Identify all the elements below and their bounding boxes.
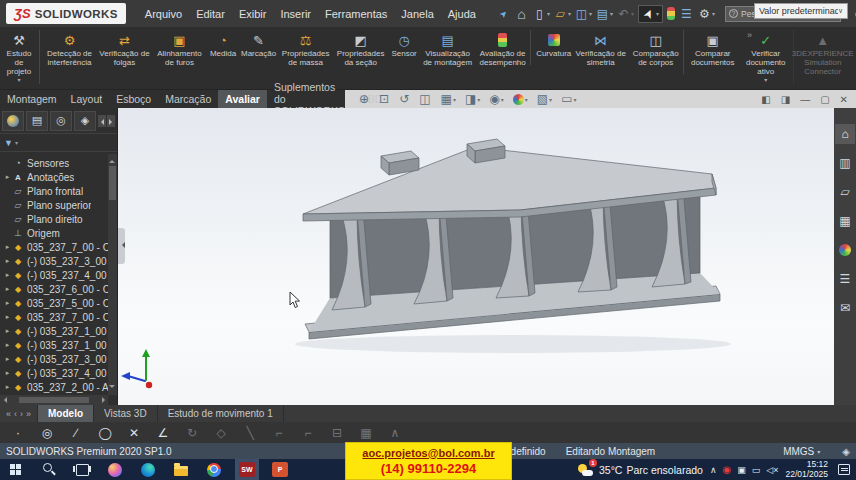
tree-item[interactable]: ▸ ◆ 035_237_6_00 - Chap [0,282,108,296]
chamfer-tool-icon[interactable]: ∧ [387,426,403,440]
expand-arrow-icon[interactable]: ▸ [3,299,12,307]
expand-arrow-icon[interactable]: ▸ [3,327,12,335]
menu-item[interactable]: Ajuda [441,8,483,20]
options-list-icon[interactable]: ☰ [680,6,694,22]
document-tab[interactable]: Modelo [38,405,94,422]
section-view-icon[interactable]: ◫ [419,92,431,106]
rebuild-traffic-light-icon[interactable]: ◉ [667,7,676,20]
scroll-left-icon[interactable] [0,396,9,404]
previous-view-icon[interactable]: ↺ [399,92,410,106]
tab-scroll-left-icon[interactable] [98,115,106,127]
edit-appearance-icon[interactable]: ▾ [513,94,528,105]
pin-icon[interactable]: ➤ [497,6,511,22]
angle-tool-icon[interactable]: ∠ [155,426,171,440]
command-tab[interactable]: Avaliar [218,90,267,108]
scroll-right-icon[interactable] [99,396,108,404]
trim-tool-icon[interactable]: ✕ [126,426,142,440]
avaliacao-de-desempenho-button[interactable]: ◉ Avaliação de desempenho [475,30,530,74]
panel-collapse-handle[interactable] [118,228,125,264]
deteccao-de-interferencia-button[interactable]: ⚙ Detecção de interferência [42,30,97,74]
zoom-area-icon[interactable]: ⊡ [379,92,390,106]
copilot-button[interactable] [103,459,127,480]
tree-item[interactable]: ⊥ Origem [0,226,108,240]
mirror-tool-icon[interactable]: ◇ [213,426,229,440]
tree-item[interactable]: ▸ ◆ (-) 035_237_1_00 - Ar [0,324,108,338]
display-style-icon[interactable]: ◨ ▾ [465,92,480,106]
new-document-icon[interactable]: ▯ ▾ [533,6,550,22]
menu-item[interactable]: Ferramentas [318,8,394,20]
featuremanager-tab[interactable] [2,111,24,131]
curvatura-button[interactable]: ▦ Curvatura [530,30,573,65]
expand-arrow-icon[interactable]: ▸ [3,257,12,265]
resources-icon[interactable]: ▥ [835,153,855,173]
comparar-documentos-button[interactable]: ▣ Comparar documentos [683,30,738,74]
contact-email[interactable]: aoc.projetos@bol.com.br [362,447,494,459]
scroll-down-icon[interactable] [109,385,116,394]
propriedades-de-massa-button[interactable]: ⚖ Propriedades de massa [278,30,333,74]
tree-item[interactable]: ▸ ◆ 035_237_2_00 - Arru [0,380,108,394]
3d-model[interactable] [303,139,720,339]
select-cursor-icon[interactable]: ➤ ▾ [638,5,663,23]
command-tab[interactable]: Montagem [0,90,64,108]
scrollbar-thumb[interactable] [109,166,116,200]
weather-widget[interactable]: 1 35°C Parc ensolarado [577,461,703,479]
file-explorer-button[interactable] [169,459,193,480]
marcacao-button[interactable]: ✎ Marcação [239,30,278,65]
solidworks-button[interactable]: SW [235,459,259,480]
powerpoint-button[interactable]: P [268,459,292,480]
comparacao-de-corpos-button[interactable]: ◫ Comparação de corpos [628,30,683,74]
tag-icon[interactable]: ◈ [842,446,850,457]
home-tab-icon[interactable]: ⌂ [835,124,855,144]
doc-minimize-button[interactable]: — [800,94,810,105]
tab-scroll-right-icon[interactable] [107,115,115,127]
menu-item[interactable]: Arquivo [138,8,189,20]
point-tool-icon[interactable]: · [10,426,26,440]
verificacao-de-simetria-button[interactable]: ⋈ Verificação de simetria [573,30,628,74]
tree-item[interactable]: ▸ ◆ (-) 035_237_3_00 - Ch [0,352,108,366]
undo-icon[interactable]: ↶ ▾ [617,6,634,22]
scrollbar-thumb[interactable] [19,397,89,403]
appearances-icon[interactable] [835,240,855,260]
view-settings-icon[interactable]: ▭ ▾ [561,92,576,106]
line-tool-icon[interactable]: ∕ [68,426,84,440]
slot-tool-icon[interactable]: ⊟ [329,426,345,440]
tree-item[interactable]: ▸ ◆ (-) 035_237_4_00 - Ch [0,366,108,380]
tree-item[interactable]: ▸ ◆ (-) 035_237_1_00 - Ar [0,338,108,352]
tree-item[interactable]: ▱ Plano superior [0,198,108,212]
hide-show-items-icon[interactable]: ◉ ▾ [489,92,504,106]
user-account-icon[interactable]: ☻ [853,7,856,21]
command-tab[interactable]: Esboço [109,90,158,108]
tree-vertical-scrollbar[interactable] [108,154,117,395]
filter-funnel-icon[interactable]: ▼ [4,138,13,148]
tree-item[interactable]: ▸ ◆ 035_237_5_00 - Chap [0,296,108,310]
expand-arrow-icon[interactable]: ▸ [3,341,12,349]
start-button[interactable] [4,459,28,480]
expand-arrow-icon[interactable]: ▸ [3,383,12,391]
expand-arrow-icon[interactable]: ▸ [3,285,12,293]
tree-item[interactable]: ▸ ◆ (-) 035_237_3_00 - Ch [0,254,108,268]
zoom-fit-icon[interactable]: ⊕ [359,92,370,106]
sensor-button[interactable]: ◷ Sensor [388,30,420,65]
corner-rectangle-tool-icon[interactable]: ⌐ [271,426,287,440]
command-tab[interactable]: Marcação [158,90,218,108]
scroll-up-icon[interactable] [109,155,116,164]
doc-restore-button[interactable]: ▢ [820,94,829,105]
edge-button[interactable] [136,459,160,480]
split-horizontal-button[interactable]: ◧ [761,94,770,105]
doc-close-button[interactable]: ✕ [840,94,848,105]
forum-icon[interactable]: ✉ [835,298,855,318]
file-explorer-pane-icon[interactable]: ▦ [835,211,855,231]
split-vertical-button[interactable]: ◨ [781,94,790,105]
grid-tool-icon[interactable]: ▦ [358,426,374,440]
expand-arrow-icon[interactable]: ▸ [3,355,12,363]
tab-nav-arrow-icon[interactable]: › [20,409,23,419]
ellipse-tool-icon[interactable]: ◯ [97,426,113,440]
tab-nav-arrow-icon[interactable]: « [6,409,11,419]
settings-gear-icon[interactable]: ⚙ ▾ [698,6,715,22]
menu-item[interactable]: Editar [189,8,232,20]
alinhamento-de-furos-button[interactable]: ▣ Alinhamento de furos [152,30,207,74]
custom-properties-icon[interactable]: ☰ [835,269,855,289]
corner-point-tool-icon[interactable]: ⌐ [300,426,316,440]
propriedades-da-secao-button[interactable]: ◩ Propriedades da seção [333,30,388,74]
tray-chevron-icon[interactable]: ∧ [710,465,717,475]
